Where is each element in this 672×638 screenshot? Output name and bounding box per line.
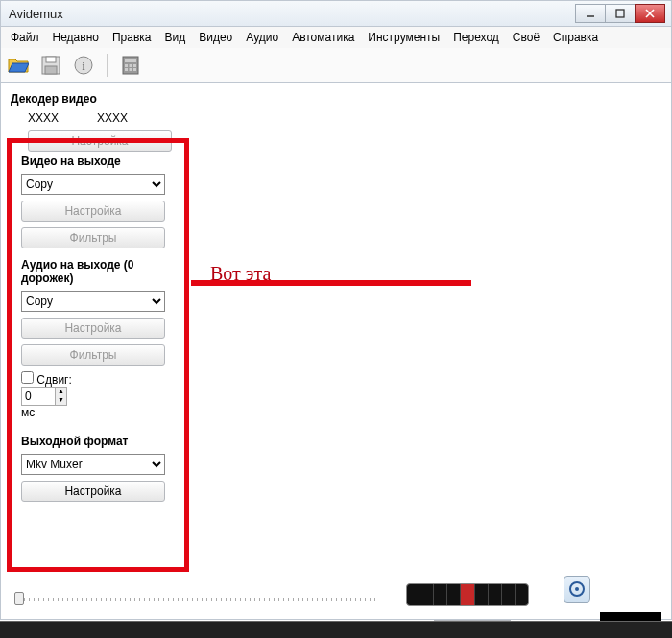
jog-wheel[interactable] xyxy=(406,583,529,606)
audio-shift-checkbox[interactable] xyxy=(21,371,34,384)
menu-auto[interactable]: Автоматика xyxy=(286,29,360,46)
output-muxer-select[interactable]: Mkv Muxer xyxy=(21,454,165,475)
maximize-button[interactable] xyxy=(605,4,636,23)
close-button[interactable] xyxy=(635,4,665,23)
svg-text:i: i xyxy=(82,59,85,73)
audio-shift-label: Сдвиг: xyxy=(36,373,71,387)
svg-point-40 xyxy=(575,587,579,591)
volume-button[interactable] xyxy=(564,576,590,603)
video-filters-button[interactable]: Фильтры xyxy=(21,227,165,248)
decoder-field-2: XXXX xyxy=(97,111,128,125)
annotation-text: Вот эта xyxy=(210,263,271,285)
audio-codec-select[interactable]: Copy xyxy=(21,291,165,312)
toolbar: i xyxy=(0,48,672,83)
decoder-title: Декодер видео xyxy=(11,92,661,106)
main-panel: Декодер видео XXXX XXXX Настройка Видео … xyxy=(0,83,672,620)
menu-audio[interactable]: Аудио xyxy=(240,29,284,46)
timeline-slider[interactable] xyxy=(14,591,379,606)
menu-bar: Файл Недавно Правка Вид Видео Аудио Авто… xyxy=(0,27,672,48)
audio-output-section: Аудио на выходе (0 дорожек) Copy Настрой… xyxy=(21,258,175,419)
output-config-button[interactable]: Настройка xyxy=(21,481,165,502)
video-output-section: Видео на выходе Copy Настройка Фильтры xyxy=(21,154,175,248)
svg-rect-1 xyxy=(616,10,624,17)
svg-rect-13 xyxy=(133,64,136,67)
svg-rect-6 xyxy=(45,66,57,74)
menu-edit[interactable]: Правка xyxy=(107,29,157,46)
toolbar-separator xyxy=(107,54,108,77)
menu-custom[interactable]: Своё xyxy=(507,29,545,46)
output-format-title: Выходной формат xyxy=(21,435,175,448)
svg-rect-11 xyxy=(125,64,128,67)
video-codec-select[interactable]: Copy xyxy=(21,174,165,195)
audio-shift-row: Сдвиг: ▲▼ мс xyxy=(21,371,175,419)
svg-rect-12 xyxy=(130,64,132,67)
spin-up-icon[interactable]: ▲ xyxy=(55,388,66,396)
spin-down-icon[interactable]: ▼ xyxy=(55,396,66,405)
menu-view[interactable]: Вид xyxy=(159,29,192,46)
svg-rect-5 xyxy=(46,57,56,62)
minimize-button[interactable] xyxy=(575,4,606,23)
calculator-icon[interactable] xyxy=(119,54,142,77)
title-bar: Avidemux xyxy=(0,0,672,27)
menu-tools[interactable]: Инструменты xyxy=(362,29,445,46)
save-icon[interactable] xyxy=(39,54,62,77)
audio-output-title: Аудио на выходе (0 дорожек) xyxy=(21,258,175,285)
audio-config-button[interactable]: Настройка xyxy=(21,318,165,339)
timeline-thumb[interactable] xyxy=(14,592,24,605)
window-controls xyxy=(576,4,665,23)
audio-shift-unit: мс xyxy=(21,406,35,419)
decoder-field-1: XXXX xyxy=(28,111,59,125)
menu-file[interactable]: Файл xyxy=(5,29,45,46)
output-format-section: Выходной формат Mkv Muxer Настройка xyxy=(21,435,175,502)
menu-recent[interactable]: Недавно xyxy=(47,29,105,46)
svg-rect-14 xyxy=(125,68,128,71)
window-title: Avidemux xyxy=(9,7,63,21)
info-icon[interactable]: i xyxy=(72,54,95,77)
svg-rect-15 xyxy=(130,68,132,71)
menu-help[interactable]: Справка xyxy=(547,29,604,46)
audio-filters-button[interactable]: Фильтры xyxy=(21,344,165,366)
audio-shift-input[interactable] xyxy=(22,388,55,405)
audio-shift-stepper[interactable]: ▲▼ xyxy=(21,387,67,406)
video-config-button[interactable]: Настройка xyxy=(21,201,165,222)
menu-video[interactable]: Видео xyxy=(193,29,238,46)
highlighted-output-panel: Видео на выходе Copy Настройка Фильтры А… xyxy=(7,138,189,572)
status-bar xyxy=(0,621,672,638)
svg-rect-16 xyxy=(133,68,136,71)
menu-goto[interactable]: Переход xyxy=(447,29,505,46)
svg-rect-10 xyxy=(125,59,136,62)
video-output-title: Видео на выходе xyxy=(21,154,175,168)
open-file-icon[interactable] xyxy=(7,54,30,77)
